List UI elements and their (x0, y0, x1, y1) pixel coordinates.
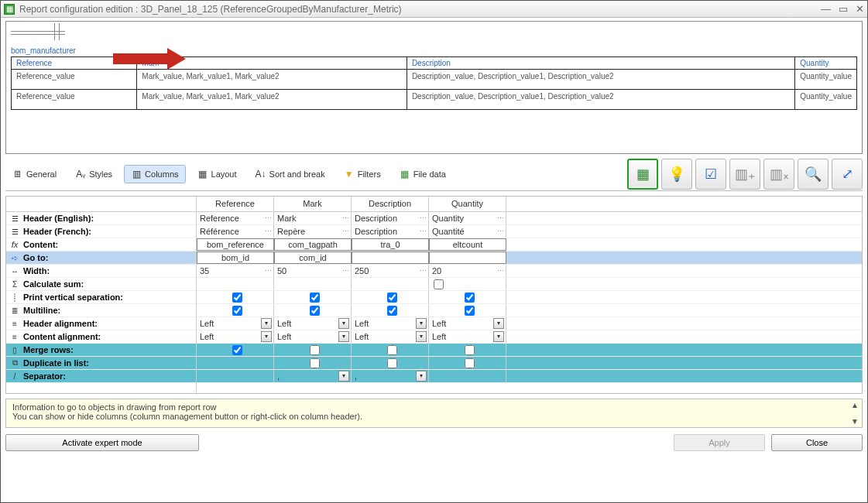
cell-ml-mark[interactable] (274, 304, 352, 317)
scroll-up-icon[interactable]: ▲ (851, 401, 859, 409)
tab-styles[interactable]: AᵧStyles (68, 165, 119, 183)
cell-vsep-ref[interactable] (197, 291, 274, 303)
ml-ref-checkbox[interactable] (232, 306, 242, 316)
cell-header-fr-mark[interactable]: Repère⋯ (274, 225, 352, 238)
prop-duplicate-list[interactable]: ⧉Duplicate in list: (6, 357, 196, 370)
ml-desc-checkbox[interactable] (387, 306, 397, 316)
cell-calign-ref[interactable]: Left▾ (197, 330, 274, 343)
cell-halign-qty[interactable]: Left▾ (429, 317, 506, 330)
cell-vsep-mark[interactable] (274, 291, 352, 303)
cell-header-en-mark[interactable]: Mark⋯ (274, 212, 352, 224)
dropdown-arrow-icon[interactable]: ▾ (416, 318, 427, 329)
cell-calign-qty[interactable]: Left▾ (429, 330, 506, 343)
merge-mark-checkbox[interactable] (310, 345, 320, 355)
cell-ml-ref[interactable] (197, 304, 274, 317)
dropdown-arrow-icon[interactable]: ▾ (416, 371, 427, 382)
cell-header-fr-ref[interactable]: Référence⋯ (197, 225, 274, 238)
dropdown-arrow-icon[interactable]: ▾ (261, 318, 272, 329)
cell-sep-mark[interactable]: ,▾ (274, 370, 352, 382)
cell-calcsum-desc[interactable] (352, 278, 429, 290)
prop-header-align[interactable]: ≡Header alignment: (6, 317, 196, 330)
dropdown-arrow-icon[interactable]: ▾ (338, 331, 349, 342)
cell-goto-ref[interactable]: bom_id (197, 252, 274, 264)
dropdown-arrow-icon[interactable]: ▾ (416, 331, 427, 342)
dropdown-arrow-icon[interactable]: ▾ (261, 331, 272, 342)
cell-header-en-desc[interactable]: Description⋯ (352, 212, 429, 224)
cell-dup-desc[interactable] (352, 357, 429, 369)
close-window-button[interactable]: ✕ (856, 3, 864, 15)
cell-merge-qty[interactable] (429, 344, 506, 356)
cell-header-en-ref[interactable]: Reference⋯ (197, 212, 274, 224)
prop-goto[interactable]: ➪Go to: (6, 252, 196, 265)
calcsum-qty-checkbox[interactable] (434, 279, 444, 289)
manage-columns-button[interactable]: ☑ (695, 159, 726, 190)
cell-calcsum-mark[interactable] (274, 278, 352, 290)
cell-width-mark[interactable]: 50⋯ (274, 265, 352, 277)
cell-halign-desc[interactable]: Left▾ (352, 317, 429, 330)
prop-width[interactable]: ↔Width: (6, 265, 196, 278)
dropdown-arrow-icon[interactable]: ▾ (493, 331, 504, 342)
cell-halign-mark[interactable]: Left▾ (274, 317, 352, 330)
cell-sep-qty[interactable] (429, 370, 506, 382)
cell-width-ref[interactable]: 35⋯ (197, 265, 274, 277)
cell-goto-desc[interactable] (352, 252, 429, 264)
cell-header-en-qty[interactable]: Quantity⋯ (429, 212, 506, 224)
tab-layout[interactable]: ▦Layout (190, 165, 244, 183)
prop-content[interactable]: fxContent: (6, 238, 196, 252)
cell-sep-desc[interactable]: ,▾ (352, 370, 429, 382)
dropdown-arrow-icon[interactable]: ▾ (338, 371, 349, 382)
cell-calcsum-ref[interactable] (197, 278, 274, 290)
prop-header-fr[interactable]: ☰Header (French): (6, 225, 196, 238)
vsep-mark-checkbox[interactable] (310, 293, 320, 303)
cell-content-ref[interactable]: bom_reference (197, 238, 274, 251)
scroll-down-icon[interactable]: ▼ (851, 417, 859, 426)
maximize-button[interactable]: ▭ (839, 3, 848, 15)
prop-content-align[interactable]: ≡Content alignment: (6, 330, 196, 344)
zoom-fit-button[interactable]: ⤢ (832, 159, 863, 190)
idea-button[interactable]: 💡 (661, 159, 692, 190)
merge-qty-checkbox[interactable] (465, 345, 475, 355)
cell-dup-ref[interactable] (197, 357, 274, 369)
ml-qty-checkbox[interactable] (465, 306, 475, 316)
vsep-ref-checkbox[interactable] (232, 293, 242, 303)
merge-desc-checkbox[interactable] (387, 345, 397, 355)
cell-calcsum-qty[interactable] (429, 278, 506, 290)
col-header-quantity[interactable]: Quantity (429, 197, 506, 211)
expert-mode-button[interactable]: Activate expert mode (5, 434, 199, 451)
remove-column-button[interactable]: ▥ₓ (763, 159, 794, 190)
cell-content-mark[interactable]: com_tagpath (274, 238, 352, 251)
add-column-button[interactable]: ▥₊ (729, 159, 760, 190)
cell-dup-mark[interactable] (274, 357, 352, 369)
cell-content-desc[interactable]: tra_0 (352, 238, 429, 251)
cell-vsep-desc[interactable] (352, 291, 429, 303)
cell-calign-desc[interactable]: Left▾ (352, 330, 429, 343)
cell-content-qty[interactable]: eltcount (429, 238, 506, 251)
tab-file-data[interactable]: ▦File data (393, 165, 453, 183)
close-button[interactable]: Close (771, 434, 863, 451)
tab-general[interactable]: 🗏General (5, 165, 63, 183)
prop-calc-sum[interactable]: ΣCalculate sum: (6, 278, 196, 291)
apply-button[interactable]: Apply (674, 434, 765, 451)
prop-header-en[interactable]: ☰Header (English): (6, 212, 196, 225)
cell-vsep-qty[interactable] (429, 291, 506, 303)
cell-sep-ref[interactable] (197, 370, 274, 382)
cell-goto-mark[interactable]: com_id (274, 252, 352, 264)
dup-mark-checkbox[interactable] (310, 358, 320, 368)
cell-merge-desc[interactable] (352, 344, 429, 356)
prop-separator[interactable]: /Separator: (6, 370, 196, 383)
vsep-qty-checkbox[interactable] (465, 293, 475, 303)
dropdown-arrow-icon[interactable]: ▾ (493, 318, 504, 329)
cell-goto-qty[interactable] (429, 252, 506, 264)
col-header-mark[interactable]: Mark (274, 197, 352, 211)
tab-sort-break[interactable]: A↓Sort and break (249, 165, 332, 183)
merge-ref-checkbox[interactable] (232, 345, 242, 355)
cell-halign-ref[interactable]: Left▾ (197, 317, 274, 330)
zoom-button[interactable]: 🔍 (798, 159, 829, 190)
vsep-desc-checkbox[interactable] (387, 293, 397, 303)
cell-width-desc[interactable]: 250⋯ (352, 265, 429, 277)
prop-merge-rows[interactable]: ▯Merge rows: (6, 344, 196, 357)
ml-mark-checkbox[interactable] (310, 306, 320, 316)
cell-header-fr-qty[interactable]: Quantité⋯ (429, 225, 506, 238)
dup-qty-checkbox[interactable] (465, 358, 475, 368)
cell-header-fr-desc[interactable]: Description⋯ (352, 225, 429, 238)
